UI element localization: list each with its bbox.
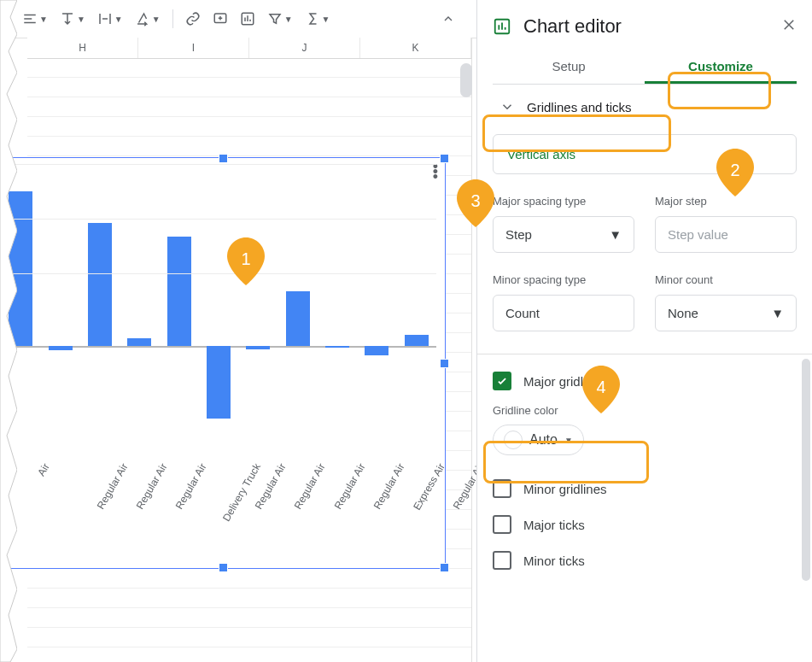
resize-handle[interactable]: [440, 359, 449, 368]
section-gridlines-ticks[interactable]: Gridlines and ticks: [488, 90, 802, 124]
resize-handle[interactable]: [440, 563, 449, 572]
checkbox-icon: [493, 515, 511, 534]
vertical-align-icon[interactable]: ▼: [55, 8, 91, 30]
chart-plot-area: [1, 175, 436, 448]
dropdown-icon: ▼: [609, 227, 622, 242]
vertical-scrollbar[interactable]: [460, 63, 472, 97]
spreadsheet-grid[interactable]: H I J K ••• AirRegular AirRegular AirReg…: [10, 38, 472, 662]
resize-handle[interactable]: [0, 359, 6, 368]
chart-x-labels: AirRegular AirRegular AirRegular AirDeli…: [1, 461, 436, 555]
text-rotation-icon[interactable]: ▼: [130, 8, 166, 30]
horizontal-align-icon[interactable]: ▼: [17, 8, 53, 30]
resize-handle[interactable]: [0, 563, 6, 572]
axis-selector[interactable]: Vertical axis: [493, 134, 797, 174]
editor-tabs: Setup Customize: [493, 50, 797, 85]
major-ticks-checkbox[interactable]: Major ticks: [477, 507, 812, 542]
checkbox-icon: [493, 551, 511, 570]
col-J[interactable]: J: [249, 38, 360, 58]
minor-count-select[interactable]: None ▼: [655, 295, 797, 331]
panel-title: Chart editor: [523, 15, 622, 38]
embedded-chart[interactable]: ••• AirRegular AirRegular AirRegular Air…: [0, 157, 446, 569]
color-swatch: [504, 431, 523, 449]
minor-spacing-type-select[interactable]: Count ▼: [493, 295, 634, 331]
minor-count-label: Minor count: [655, 273, 797, 286]
major-step-label: Major step: [655, 195, 797, 208]
tab-customize[interactable]: Customize: [645, 50, 797, 84]
close-icon[interactable]: [781, 17, 797, 37]
minor-spacing-type-label: Minor spacing type: [493, 273, 634, 286]
resize-handle[interactable]: [219, 563, 228, 572]
resize-handle[interactable]: [219, 154, 228, 163]
major-step-input[interactable]: Step value: [655, 216, 797, 253]
panel-scrollbar[interactable]: [800, 256, 810, 653]
checkbox-checked-icon: [493, 372, 511, 390]
resize-handle[interactable]: [0, 154, 6, 163]
major-spacing-type-select[interactable]: Step ▼: [493, 216, 634, 253]
dropdown-icon: ▼: [564, 436, 573, 445]
tab-setup[interactable]: Setup: [493, 50, 645, 84]
minor-gridlines-checkbox[interactable]: Minor gridlines: [477, 471, 812, 507]
chevron-down-icon: [499, 99, 515, 114]
text-wrap-icon[interactable]: ▼: [92, 8, 128, 30]
col-H[interactable]: H: [27, 38, 138, 58]
functions-icon[interactable]: ▼: [300, 8, 336, 30]
checkbox-icon: [493, 479, 511, 498]
gridline-color-select[interactable]: Auto ▼: [493, 425, 584, 455]
column-headers: H I J K: [27, 38, 471, 59]
filter-icon[interactable]: ▼: [262, 8, 298, 30]
dropdown-icon: ▼: [771, 306, 784, 320]
chart-icon: [493, 17, 511, 36]
resize-handle[interactable]: [440, 154, 449, 163]
major-spacing-type-label: Major spacing type: [493, 195, 634, 208]
insert-chart-icon[interactable]: [235, 8, 260, 30]
insert-link-icon[interactable]: [180, 8, 206, 30]
chart-editor-panel: Chart editor Setup Customize Gridlines a…: [476, 0, 812, 662]
gridline-color-label: Gridline color: [493, 404, 558, 417]
collapse-toolbar-icon[interactable]: [436, 9, 460, 29]
col-K[interactable]: K: [360, 38, 471, 58]
col-I[interactable]: I: [138, 38, 249, 58]
major-gridlines-checkbox[interactable]: Major gridlines: [477, 363, 812, 399]
minor-ticks-checkbox[interactable]: Minor ticks: [477, 542, 812, 578]
insert-comment-icon[interactable]: [207, 8, 233, 30]
